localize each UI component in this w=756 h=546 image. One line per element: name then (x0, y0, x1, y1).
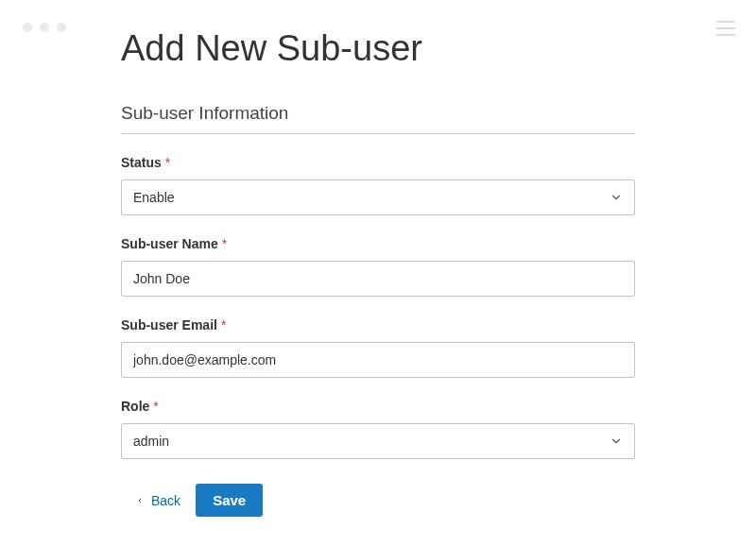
page-title: Add New Sub-user (121, 28, 635, 69)
required-asterisk: * (221, 317, 226, 333)
window-controls (23, 23, 66, 32)
role-label: Role* (121, 399, 635, 414)
page-content: Add New Sub-user Sub-user Information St… (121, 0, 635, 517)
section-title: Sub-user Information (121, 103, 635, 134)
status-select[interactable]: Enable (121, 179, 635, 215)
chevron-down-icon (610, 435, 623, 448)
email-label: Sub-user Email* (121, 317, 635, 333)
status-value: Enable (133, 190, 175, 205)
role-value: admin (133, 434, 169, 449)
form-actions: Back Save (121, 484, 635, 517)
window-dot (57, 23, 66, 32)
name-label: Sub-user Name* (121, 236, 635, 251)
window-dot (40, 23, 49, 32)
required-asterisk: * (153, 399, 158, 414)
chevron-left-icon (136, 495, 144, 506)
name-input[interactable] (121, 261, 635, 297)
status-label-text: Status (121, 155, 162, 170)
back-link[interactable]: Back (136, 493, 180, 508)
name-field: Sub-user Name* (121, 236, 635, 297)
role-label-text: Role (121, 399, 149, 414)
email-label-text: Sub-user Email (121, 317, 217, 333)
status-field: Status* Enable (121, 155, 635, 215)
menu-icon[interactable] (716, 21, 735, 36)
name-label-text: Sub-user Name (121, 236, 218, 251)
role-select[interactable]: admin (121, 423, 635, 459)
email-field: Sub-user Email* (121, 317, 635, 378)
window-dot (23, 23, 32, 32)
email-input[interactable] (121, 342, 635, 378)
status-label: Status* (121, 155, 635, 170)
save-button[interactable]: Save (196, 484, 263, 517)
required-asterisk: * (222, 236, 227, 251)
back-label: Back (151, 493, 180, 508)
required-asterisk: * (165, 155, 170, 170)
chevron-down-icon (610, 191, 623, 204)
role-field: Role* admin (121, 399, 635, 459)
